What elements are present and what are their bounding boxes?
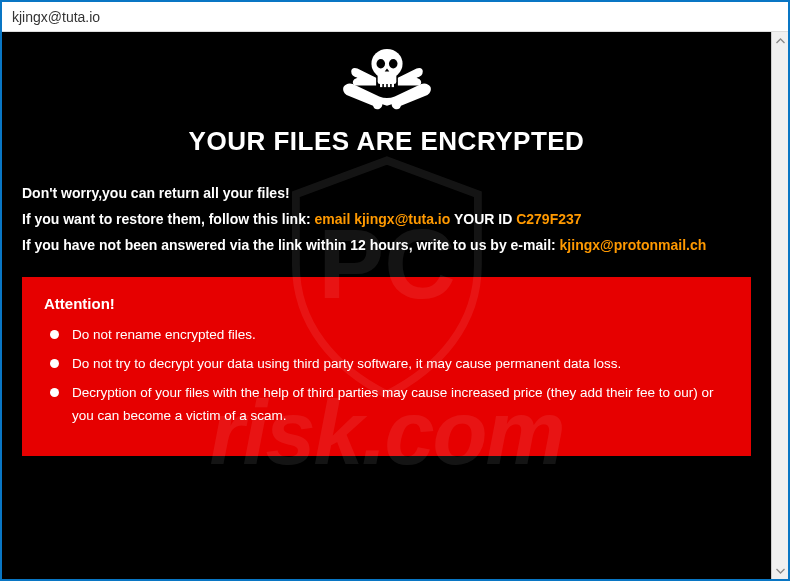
scroll-up-icon[interactable] — [772, 32, 788, 49]
primary-email-label: email — [314, 211, 354, 227]
attention-list: Do not rename encrypted files. Do not tr… — [44, 324, 729, 428]
vertical-scrollbar[interactable] — [771, 32, 788, 579]
info-line-1: Don't worry,you can return all your file… — [22, 182, 751, 206]
attention-box: Attention! Do not rename encrypted files… — [22, 277, 751, 456]
attention-item: Decryption of your files with the help o… — [44, 382, 729, 428]
attention-title: Attention! — [44, 295, 729, 312]
content-wrapper: PC risk.com — [2, 32, 788, 579]
attention-item: Do not try to decrypt your data using th… — [44, 353, 729, 376]
skull-logo — [22, 42, 751, 116]
window-title: kjingx@tuta.io — [12, 9, 100, 25]
svg-rect-6 — [391, 81, 393, 87]
svg-rect-3 — [380, 81, 382, 87]
attention-item: Do not rename encrypted files. — [44, 324, 729, 347]
info-text: Don't worry,you can return all your file… — [22, 182, 751, 257]
svg-point-7 — [376, 59, 385, 68]
svg-point-8 — [388, 59, 397, 68]
svg-rect-4 — [383, 81, 385, 87]
primary-email: kjingx@tuta.io — [354, 211, 450, 227]
info-line-2: If you want to restore them, follow this… — [22, 208, 751, 232]
scroll-down-icon[interactable] — [772, 562, 788, 579]
main-content: PC risk.com — [2, 32, 771, 579]
your-id-label: YOUR ID — [450, 211, 516, 227]
window-titlebar: kjingx@tuta.io — [2, 2, 788, 32]
your-id-value: C279F237 — [516, 211, 581, 227]
svg-rect-5 — [387, 81, 389, 87]
headline: YOUR FILES ARE ENCRYPTED — [22, 126, 751, 157]
secondary-email: kjingx@protonmail.ch — [560, 237, 707, 253]
info-line-3: If you have not been answered via the li… — [22, 234, 751, 258]
skull-crossbones-icon — [332, 42, 442, 112]
